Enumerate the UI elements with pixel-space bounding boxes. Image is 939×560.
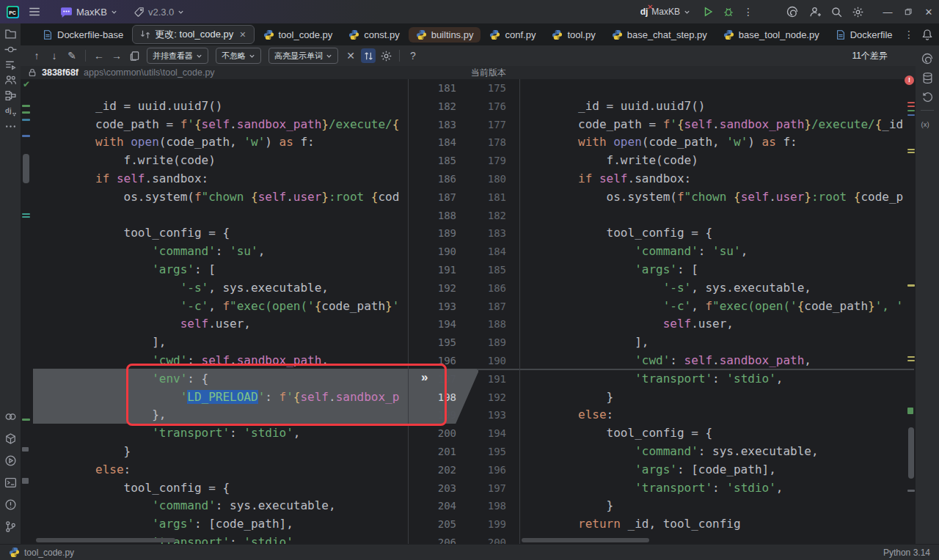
- project-folder-icon[interactable]: [2, 26, 18, 41]
- code-line[interactable]: else:: [522, 406, 915, 424]
- code-line[interactable]: 'transport': 'stdio',: [522, 370, 915, 388]
- expand-diff-chevron[interactable]: »: [421, 371, 428, 384]
- code-line[interactable]: 'command': sys.executable,: [522, 443, 915, 461]
- code-line[interactable]: if self.sandbox:: [39, 170, 414, 188]
- code-with-me-icon[interactable]: [809, 6, 822, 18]
- notifications-bell-icon[interactable]: [921, 29, 933, 40]
- minimize-icon[interactable]: —: [877, 0, 898, 23]
- change-stripe-mark[interactable]: [907, 149, 915, 150]
- code-line[interactable]: 'cwd': self.sandbox_path,: [522, 352, 915, 370]
- code-line[interactable]: ],: [522, 334, 915, 352]
- more-icon[interactable]: [2, 119, 18, 133]
- close-icon[interactable]: ✕: [918, 0, 939, 23]
- more-run-options-icon[interactable]: ⋮: [743, 6, 753, 18]
- diff-settings-gear-icon[interactable]: [379, 48, 393, 63]
- inspections-ok-icon[interactable]: ✔: [23, 79, 30, 89]
- code-line[interactable]: }: [39, 443, 414, 461]
- commit-hash[interactable]: 3838f68f: [42, 67, 78, 78]
- interpreter-widget[interactable]: Python 3.14: [883, 548, 930, 558]
- tab-base_tool_node.py[interactable]: base_tool_node.py: [716, 27, 827, 43]
- code-line[interactable]: tool_config = {: [39, 479, 414, 498]
- previous-difference-icon[interactable]: ↑: [29, 48, 44, 63]
- code-line[interactable]: 'args': [code_path],: [39, 515, 414, 534]
- version-control-icon[interactable]: [2, 519, 18, 534]
- code-line[interactable]: f.write(code): [39, 152, 414, 170]
- tab-const.py[interactable]: const.py: [341, 27, 406, 43]
- tab-conf.py[interactable]: conf.py: [482, 27, 543, 43]
- commit-icon[interactable]: [2, 42, 18, 56]
- left-code-pane[interactable]: _id = uuid.uuid7() code_path = f'{self.s…: [33, 79, 414, 544]
- code-line[interactable]: 'args': [code_path],: [522, 461, 915, 479]
- code-line[interactable]: else:: [39, 461, 414, 479]
- code-line[interactable]: _id = uuid.uuid7(): [39, 97, 414, 116]
- run-config-widget[interactable]: dj✕ MaxKB: [640, 7, 690, 17]
- python-packages-icon[interactable]: [2, 409, 18, 424]
- code-line[interactable]: os.system(f"chown {self.user}:root {code…: [522, 188, 915, 207]
- project-widget[interactable]: MaxKB: [60, 6, 117, 18]
- tab-options-icon[interactable]: ⋮: [904, 29, 914, 40]
- change-stripe-mark[interactable]: [907, 284, 915, 287]
- code-line[interactable]: [522, 207, 915, 225]
- tab-tool_code.py[interactable]: tool_code.py: [256, 27, 340, 43]
- main-menu-burger-icon[interactable]: [28, 5, 41, 18]
- code-line[interactable]: tool_config = {: [39, 224, 414, 243]
- code-line[interactable]: 'transport': 'stdio',: [522, 479, 915, 498]
- code-line[interactable]: ],: [39, 334, 414, 352]
- services-icon[interactable]: [2, 431, 18, 446]
- code-line[interactable]: '-s', sys.executable,: [39, 279, 414, 298]
- left-pane-scrollbar-thumb[interactable]: [23, 154, 29, 183]
- code-line[interactable]: 'args': [: [522, 261, 915, 279]
- compare-next-file-icon[interactable]: →: [109, 48, 124, 63]
- version-widget[interactable]: v2.3.0: [134, 7, 184, 18]
- right-horizontal-scrollbar[interactable]: [522, 538, 649, 542]
- ai-assistant-icon[interactable]: [919, 51, 935, 66]
- ai-assistant-icon[interactable]: [786, 5, 799, 18]
- run-icon[interactable]: [2, 453, 18, 468]
- maximize-icon[interactable]: [898, 0, 918, 23]
- highlight-mode-dropdown[interactable]: 高亮显示单词: [268, 48, 338, 64]
- code-line[interactable]: code_path = f'{self.sandbox_path}/execut…: [522, 116, 915, 134]
- code-line[interactable]: 'command': 'su',: [39, 243, 414, 261]
- history-icon[interactable]: [919, 89, 935, 104]
- whitespace-ignore-dropdown[interactable]: 不忽略: [216, 48, 261, 64]
- collapse-unchanged-icon[interactable]: ✕: [343, 48, 358, 63]
- edit-source-icon[interactable]: ✎: [65, 48, 79, 63]
- next-difference-icon[interactable]: ↓: [47, 48, 62, 63]
- right-pane-scrollbar-thumb[interactable]: [908, 427, 914, 479]
- code-line[interactable]: return _id, tool_config: [522, 515, 915, 534]
- change-stripe-mark[interactable]: [907, 360, 915, 361]
- database-icon[interactable]: [919, 70, 935, 85]
- tab-Dockerfile-base[interactable]: Dockerfile-base: [35, 27, 131, 43]
- change-stripe-mark[interactable]: [907, 152, 915, 153]
- code-line[interactable]: '-c', f"exec(open('{code_path}': [39, 298, 414, 316]
- right-code-pane[interactable]: _id = uuid.uuid7() code_path = f'{self.s…: [521, 79, 915, 544]
- tab-base_chat_step.py[interactable]: base_chat_step.py: [604, 27, 715, 43]
- code-line[interactable]: }: [522, 497, 915, 515]
- error-stripe-mark[interactable]: [907, 102, 915, 103]
- code-line[interactable]: }: [522, 388, 915, 407]
- code-line[interactable]: code_path = f'{self.sandbox_path}/execut…: [39, 116, 414, 134]
- code-line[interactable]: 'transport': 'stdio',: [39, 424, 414, 443]
- change-stripe-mark[interactable]: [907, 356, 915, 358]
- pycharm-logo-icon[interactable]: PC: [7, 6, 19, 18]
- sciview-icon[interactable]: (x): [919, 117, 935, 131]
- tab-Dockerfile[interactable]: Dockerfile: [828, 27, 900, 43]
- search-everywhere-icon[interactable]: [830, 6, 843, 18]
- code-line[interactable]: 'command': sys.executable,: [39, 497, 414, 515]
- find-lines-icon[interactable]: [2, 57, 18, 72]
- change-stripe-mark[interactable]: [907, 408, 913, 414]
- debug-button[interactable]: [723, 6, 734, 18]
- code-line[interactable]: with open(code_path, 'w') as f:: [522, 133, 915, 152]
- run-button[interactable]: [702, 6, 714, 18]
- code-line[interactable]: '-c', f"exec(open('{code_path}', ': [522, 298, 915, 316]
- error-stripe-mark[interactable]: [907, 114, 915, 116]
- code-line[interactable]: 'args': [: [39, 261, 414, 279]
- tab-_tool_code.py[interactable]: 更改: tool_code.py✕: [132, 25, 254, 44]
- help-icon[interactable]: ?: [406, 48, 420, 63]
- code-line[interactable]: [39, 207, 414, 225]
- django-structure-icon[interactable]: dj: [2, 103, 18, 118]
- tab-tool.py[interactable]: tool.py: [544, 27, 602, 43]
- compare-previous-file-icon[interactable]: ←: [92, 48, 106, 63]
- code-line[interactable]: tool_config = {: [522, 224, 915, 243]
- settings-gear-icon[interactable]: [852, 6, 864, 18]
